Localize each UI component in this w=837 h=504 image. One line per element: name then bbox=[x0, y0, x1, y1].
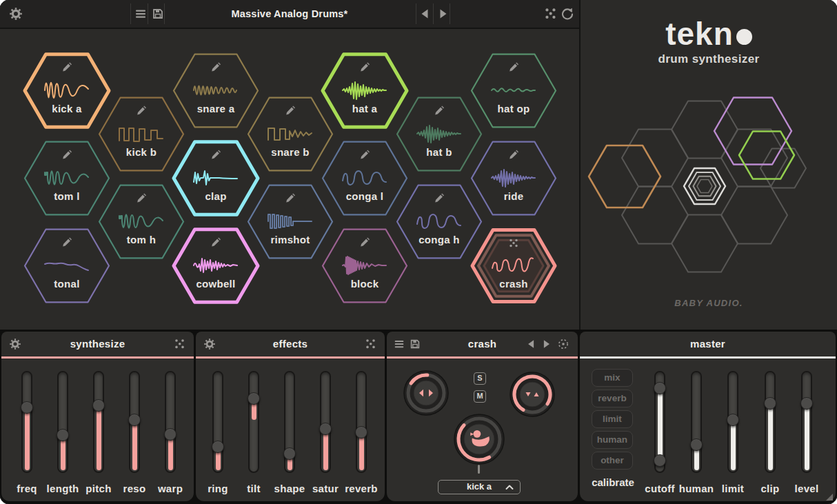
edit-pencil-icon[interactable] bbox=[508, 150, 520, 161]
randomize-dice-icon[interactable] bbox=[544, 7, 558, 21]
menu-icon[interactable] bbox=[134, 7, 148, 21]
prev-pad-icon[interactable] bbox=[525, 338, 538, 350]
pan-knob[interactable] bbox=[403, 370, 449, 416]
pad-cowbell[interactable]: cowbell bbox=[171, 227, 261, 305]
slider-cutoff[interactable]: cutoff bbox=[654, 371, 665, 473]
duck-knob[interactable] bbox=[454, 414, 505, 465]
waveform-preview bbox=[189, 78, 243, 103]
waveform-preview bbox=[412, 121, 466, 146]
slider-label: tilt bbox=[247, 483, 261, 494]
panel-synthesize-header: synthesize bbox=[1, 332, 194, 359]
edit-pencil-icon[interactable] bbox=[285, 105, 296, 117]
pad-crash[interactable]: crash bbox=[469, 227, 558, 305]
bottom-section: synthesize freqlengthpitchresowarp effec… bbox=[0, 330, 837, 504]
focus-pad-icon[interactable] bbox=[557, 338, 569, 350]
edit-pencil-icon[interactable] bbox=[285, 193, 296, 205]
waveform-preview bbox=[338, 165, 392, 190]
slider-warp[interactable]: warp bbox=[165, 371, 176, 473]
slider-clip[interactable]: clip bbox=[765, 371, 776, 473]
slider-fill bbox=[658, 388, 663, 461]
mute-button[interactable]: M bbox=[474, 390, 486, 403]
slider-pitch[interactable]: pitch bbox=[93, 371, 104, 473]
edit-pencil-icon[interactable] bbox=[210, 150, 222, 161]
reset-icon[interactable] bbox=[561, 7, 574, 21]
panel-title: master bbox=[580, 332, 836, 356]
waveform-preview bbox=[412, 209, 466, 234]
panel-effects-header: effects bbox=[196, 332, 385, 359]
slider-label: reverb bbox=[345, 483, 378, 494]
randomize-dice-icon[interactable] bbox=[365, 338, 377, 350]
next-pad-icon[interactable] bbox=[540, 338, 552, 350]
calibrate-label: calibrate bbox=[581, 476, 645, 488]
slider-ring[interactable]: ring bbox=[212, 371, 223, 473]
slider-thumb[interactable] bbox=[164, 428, 177, 441]
master-button-human[interactable]: human bbox=[592, 431, 633, 449]
slider-limit[interactable]: limit bbox=[727, 371, 738, 473]
slider-thumb[interactable] bbox=[690, 439, 703, 451]
slider-track[interactable] bbox=[248, 371, 259, 473]
gear-icon[interactable] bbox=[9, 7, 23, 21]
edit-pencil-icon[interactable] bbox=[61, 237, 73, 249]
slider-thumb[interactable] bbox=[212, 441, 224, 453]
slider-label: cutoff bbox=[645, 483, 674, 494]
slider-shape[interactable]: shape bbox=[284, 371, 295, 473]
slider-level[interactable]: level bbox=[801, 371, 812, 473]
edit-pencil-icon[interactable] bbox=[434, 193, 445, 205]
tune-knob[interactable] bbox=[510, 372, 555, 417]
master-button-other[interactable]: other bbox=[592, 452, 633, 470]
brand-credit: BABY AUDIO. bbox=[581, 298, 837, 308]
waveform-preview bbox=[114, 121, 168, 146]
master-button-limit[interactable]: limit bbox=[592, 410, 633, 428]
slider-tilt[interactable]: tilt bbox=[248, 371, 259, 473]
waveform-preview bbox=[40, 165, 94, 190]
pad-block[interactable]: block bbox=[320, 227, 410, 305]
waveform-preview bbox=[338, 253, 392, 278]
randomize-dice-icon[interactable] bbox=[174, 338, 186, 350]
edit-pencil-icon[interactable] bbox=[210, 62, 222, 74]
slider-thumb[interactable] bbox=[727, 414, 739, 426]
edit-pencil-icon[interactable] bbox=[359, 237, 371, 249]
edit-pencil-icon[interactable] bbox=[508, 62, 520, 74]
plugin-window: Massive Analog Drums* kick asnare ahat a… bbox=[0, 0, 837, 504]
edit-pencil-icon[interactable] bbox=[136, 105, 148, 117]
waveform-preview bbox=[189, 165, 243, 190]
slider-length[interactable]: length bbox=[57, 371, 68, 473]
slider-label: warp bbox=[158, 483, 183, 494]
slider-satur[interactable]: satur bbox=[320, 371, 331, 473]
edit-pencil-icon[interactable] bbox=[61, 62, 73, 74]
slider-freq[interactable]: freq bbox=[21, 371, 32, 473]
edit-pencil-icon[interactable] bbox=[434, 105, 445, 117]
panel-master: master calibrate cutoffhumanlimitcliplev… bbox=[580, 332, 836, 501]
slider-fill bbox=[97, 405, 101, 470]
slider-reso[interactable]: reso bbox=[129, 371, 140, 473]
waveform-preview bbox=[263, 121, 317, 146]
pad-tonal[interactable]: tonal bbox=[22, 227, 112, 305]
waveform-preview bbox=[40, 253, 94, 278]
slider-fill bbox=[768, 403, 773, 470]
edit-pencil-icon[interactable] bbox=[136, 193, 148, 205]
slider-thumb[interactable] bbox=[128, 414, 141, 426]
solo-button[interactable]: S bbox=[474, 372, 486, 385]
next-preset-icon[interactable] bbox=[436, 7, 450, 21]
edit-pencil-icon[interactable] bbox=[61, 150, 73, 161]
master-button-mix[interactable]: mix bbox=[592, 369, 633, 387]
slider-reverb[interactable]: reverb bbox=[356, 371, 367, 473]
resize-handle[interactable] bbox=[825, 493, 834, 501]
preset-name[interactable]: Massive Analog Drums* bbox=[165, 0, 414, 28]
chevron-up-icon bbox=[505, 485, 514, 490]
slider-fill bbox=[323, 429, 328, 470]
slider-human[interactable]: human bbox=[691, 371, 702, 473]
edit-pencil-icon[interactable] bbox=[359, 150, 371, 161]
edit-pencil-icon[interactable] bbox=[359, 62, 371, 74]
prev-preset-icon[interactable] bbox=[418, 7, 432, 21]
randomize-dice-icon[interactable] bbox=[508, 237, 520, 249]
slider-label: limit bbox=[722, 483, 744, 494]
slider-thumb[interactable] bbox=[283, 447, 296, 460]
slider-thumb[interactable] bbox=[248, 392, 260, 405]
master-button-reverb[interactable]: reverb bbox=[592, 390, 633, 407]
save-icon[interactable] bbox=[151, 7, 165, 21]
edit-pencil-icon[interactable] bbox=[210, 237, 222, 249]
waveform-preview bbox=[338, 78, 392, 103]
slider-thumb[interactable] bbox=[355, 426, 367, 439]
duck-route-dropdown[interactable]: kick a bbox=[438, 480, 521, 494]
